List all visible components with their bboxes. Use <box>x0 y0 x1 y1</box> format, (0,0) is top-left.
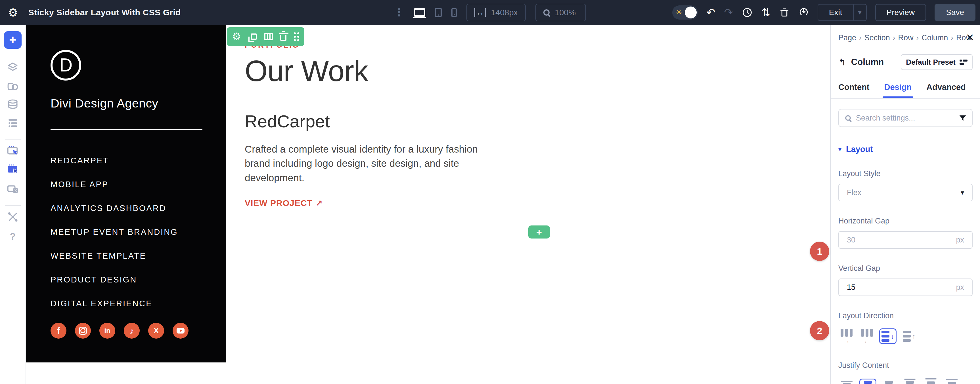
nav-link[interactable]: DIGITAL EXPERIENCE <box>51 299 226 308</box>
back-arrow-icon[interactable]: ↰ <box>838 57 846 67</box>
preview-button[interactable]: Preview <box>875 4 926 21</box>
desktop-view-icon[interactable] <box>414 8 425 17</box>
module-settings-gear-icon[interactable]: ⚙ <box>232 32 241 42</box>
nav-link[interactable]: PRODUCT DESIGN <box>51 275 226 284</box>
direction-row-icon[interactable]: → <box>838 327 855 346</box>
tab-content[interactable]: Content <box>838 83 870 98</box>
builder-left-rail: + ? <box>0 25 26 384</box>
width-arrows-icon: ↔ <box>474 8 486 17</box>
external-arrow-icon: ↗ <box>315 198 323 208</box>
library-shapes-icon[interactable] <box>6 80 19 93</box>
youtube-icon[interactable] <box>173 323 188 339</box>
layers-icon[interactable] <box>6 61 19 74</box>
breadcrumb-item[interactable]: Section <box>864 33 890 42</box>
tab-advanced[interactable]: Advanced <box>926 83 966 98</box>
linkedin-icon[interactable]: in <box>99 323 115 339</box>
phone-view-icon[interactable] <box>452 8 457 17</box>
direction-column-reverse-icon[interactable]: ↑ <box>900 328 918 344</box>
add-module-rail-button[interactable]: + <box>4 31 22 49</box>
redo-icon[interactable]: ↷ <box>724 7 733 18</box>
horizontal-gap-label: Horizontal Gap <box>838 217 973 225</box>
page-settings-gear-icon[interactable]: ⚙ <box>8 7 18 18</box>
breadcrumb-item[interactable]: Column <box>921 33 948 42</box>
nav-link[interactable]: MOBILE APP <box>51 180 226 189</box>
nav-link[interactable]: WEBSITE TEMPLATE <box>51 251 226 261</box>
search-input[interactable] <box>856 114 961 122</box>
site-logo: D <box>51 50 81 81</box>
trash-icon[interactable] <box>779 7 790 18</box>
wireframe-insert-icon[interactable] <box>6 144 19 157</box>
justify-content-label: Justify Content <box>838 361 973 370</box>
tiktok-icon[interactable]: ♪ <box>124 323 140 339</box>
field-list-icon[interactable] <box>6 116 19 129</box>
add-row-button[interactable]: + <box>528 225 550 238</box>
toggle-knob <box>685 6 697 18</box>
horizontal-gap-unit: px <box>956 236 964 244</box>
justify-space-evenly-icon[interactable] <box>943 377 961 384</box>
chevron-right-icon: › <box>859 33 862 42</box>
justify-content-options <box>838 376 973 384</box>
nav-link[interactable]: ANALYTICS DASHBOARD <box>51 204 226 213</box>
vertical-gap-field: px <box>838 279 973 296</box>
settings-search <box>838 109 973 127</box>
view-project-link[interactable]: VIEW PROJECT ↗ <box>245 198 614 208</box>
nav-link[interactable]: REDCARPET <box>51 156 226 165</box>
portability-icon[interactable] <box>798 7 809 18</box>
breadcrumb-item[interactable]: Page <box>838 33 856 42</box>
instagram-glyph <box>79 327 87 335</box>
chevron-right-icon: › <box>893 33 896 42</box>
search-icon <box>845 115 851 121</box>
direction-column-icon[interactable]: ↓ <box>879 328 897 344</box>
wireframe-insert-active-icon[interactable] <box>6 163 19 176</box>
layout-section-header[interactable]: ▾ Layout <box>838 144 973 154</box>
justify-end-icon[interactable] <box>880 379 897 384</box>
settings-panel: Page › Section › Row › Column › Row × ↰ … <box>830 25 980 384</box>
undo-icon[interactable]: ↶ <box>706 7 716 18</box>
instagram-icon[interactable] <box>75 323 91 339</box>
responsive-preview-icon[interactable] <box>6 182 19 196</box>
vertical-gap-unit: px <box>956 283 964 292</box>
justify-space-around-icon[interactable] <box>923 376 939 384</box>
database-icon[interactable] <box>6 98 19 111</box>
justify-center-icon[interactable] <box>859 379 877 384</box>
nav-link[interactable]: MEETUP EVENT BRANDING <box>51 227 226 237</box>
x-twitter-icon[interactable]: X <box>148 323 164 339</box>
delete-module-icon[interactable] <box>280 32 286 41</box>
justify-start-icon[interactable] <box>838 379 855 384</box>
canvas-width-control[interactable]: ↔ 1408px <box>466 4 526 21</box>
annotation-badge-2: 2 <box>810 321 829 340</box>
direction-row-reverse-icon[interactable]: ← <box>859 327 875 346</box>
theme-toggle[interactable]: ☀ <box>672 5 698 19</box>
chevron-right-icon: › <box>916 33 919 42</box>
tablet-view-icon[interactable] <box>435 8 442 17</box>
horizontal-gap-input[interactable] <box>847 236 956 244</box>
sun-icon: ☀ <box>675 8 683 17</box>
breadcrumb-item[interactable]: Row <box>898 33 913 42</box>
facebook-icon[interactable]: f <box>51 323 67 339</box>
history-icon[interactable] <box>741 7 753 18</box>
element-title: Column <box>851 57 884 67</box>
social-links: f in ♪ X <box>51 323 226 339</box>
help-icon[interactable]: ? <box>6 230 19 243</box>
justify-space-between-icon[interactable] <box>901 376 918 384</box>
default-preset-button[interactable]: Default Preset <box>901 54 973 70</box>
vertical-gap-input[interactable] <box>847 283 956 292</box>
tools-icon[interactable] <box>6 210 19 224</box>
layout-style-select[interactable]: Flex ▾ <box>838 184 973 202</box>
drag-handle-icon[interactable] <box>294 32 299 41</box>
close-icon[interactable]: × <box>966 31 974 44</box>
save-button[interactable]: Save <box>935 4 975 21</box>
duplicate-module-icon[interactable] <box>248 33 257 40</box>
sort-layers-icon[interactable]: ⇅ <box>761 7 770 18</box>
more-options-icon[interactable]: ⋮ <box>394 7 404 17</box>
view-project-label: VIEW PROJECT <box>245 198 313 208</box>
exit-button[interactable]: Exit <box>818 4 853 21</box>
canvas-zoom-control[interactable]: 100% <box>535 4 586 21</box>
tab-design[interactable]: Design <box>885 83 912 98</box>
column-structure-icon[interactable] <box>264 33 273 40</box>
exit-dropdown-caret[interactable]: ▾ <box>853 4 867 21</box>
preset-label: Default Preset <box>906 58 956 67</box>
logo-letter: D <box>59 55 73 76</box>
layout-direction-label: Layout Direction <box>838 311 973 320</box>
section-caret-icon: ▾ <box>838 146 842 152</box>
